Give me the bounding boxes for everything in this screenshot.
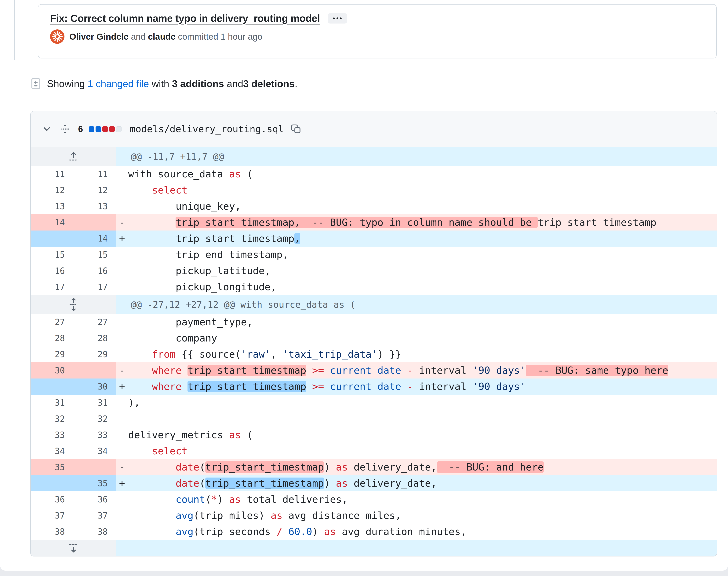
code-token (128, 494, 176, 505)
diff-stat-block-neutral (116, 126, 122, 132)
code-token (128, 445, 152, 457)
diff-file-header: 6 models/delivery_routing.sql (31, 111, 717, 147)
new-line-number[interactable]: 28 (73, 330, 116, 346)
avatar[interactable] (50, 29, 64, 44)
new-line-number[interactable]: 34 (73, 443, 116, 459)
new-line-number[interactable]: 15 (73, 247, 116, 263)
new-line-number[interactable]: 31 (73, 395, 116, 411)
old-line-number[interactable]: 11 (31, 166, 73, 182)
old-line-number[interactable]: 38 (31, 524, 73, 540)
code-token: ) (324, 461, 336, 473)
author-link[interactable]: Oliver Gindele (69, 32, 128, 41)
changed-word-highlight: trip_start_timestmap, -- BUG: typo in co… (176, 217, 538, 228)
code-line: avg(trip_seconds / 60.0) as avg_duration… (116, 524, 717, 540)
coauthor-link[interactable]: claude (148, 32, 176, 41)
old-line-number[interactable]: 16 (31, 263, 73, 279)
new-line-number[interactable]: 16 (73, 263, 116, 279)
code-line: - where trip_start_timestmap >= current_… (116, 363, 717, 378)
file-name-link[interactable]: models/delivery_routing.sql (130, 123, 284, 135)
code-token: ) }} (377, 348, 401, 360)
old-line-number[interactable] (31, 231, 73, 247)
new-line-number[interactable]: 37 (73, 508, 116, 524)
new-line-number[interactable] (73, 214, 116, 231)
new-line-number[interactable]: 35 (73, 475, 116, 491)
new-line-number[interactable]: 27 (73, 314, 116, 330)
old-line-number[interactable]: 35 (31, 459, 73, 475)
copy-icon (292, 124, 301, 134)
old-line-number[interactable]: 30 (31, 363, 73, 378)
new-line-number[interactable]: 17 (73, 279, 116, 295)
diff-row-context: 1313 unique_key, (31, 198, 717, 214)
old-line-number[interactable]: 13 (31, 198, 73, 214)
code-token: date (176, 478, 199, 489)
code-token: as (324, 526, 336, 537)
new-line-number[interactable]: 14 (73, 231, 116, 247)
new-line-number[interactable] (73, 459, 116, 475)
collapse-file-button[interactable] (42, 125, 51, 133)
old-line-number[interactable]: 33 (31, 427, 73, 443)
diff-row-context: 3232 (31, 411, 717, 427)
code-token (128, 526, 176, 537)
drag-handle[interactable] (51, 124, 69, 134)
ellipsis-button[interactable] (328, 13, 347, 24)
code-token: - (407, 365, 413, 376)
new-line-number[interactable] (73, 363, 116, 378)
diff-row-deletion: 14- trip_start_timestmap, -- BUG: typo i… (31, 214, 717, 231)
old-line-number[interactable]: 28 (31, 330, 73, 346)
new-line-number[interactable]: 36 (73, 491, 116, 508)
new-line-number[interactable]: 29 (73, 346, 116, 363)
new-line-number[interactable]: 12 (73, 182, 116, 198)
new-line-number[interactable]: 32 (73, 411, 116, 427)
diff-marker: - (119, 459, 128, 475)
old-line-number[interactable]: 27 (31, 314, 73, 330)
old-line-number[interactable]: 12 (31, 182, 73, 198)
expand-hunk-button[interactable] (69, 297, 79, 312)
new-line-number[interactable]: 33 (73, 427, 116, 443)
hunk-header-text: @@ -27,12 +27,12 @@ with source_data as … (116, 295, 717, 314)
code-token: avg (176, 510, 193, 521)
code-line: + where trip_start_timestamp >= current_… (116, 378, 717, 395)
chevron-down-icon (42, 125, 51, 133)
new-line-number[interactable]: 30 (73, 378, 116, 395)
old-line-number[interactable]: 34 (31, 443, 73, 459)
code-token (128, 365, 152, 376)
code-token: as (271, 510, 282, 521)
additions-count: 3 additions (172, 78, 224, 89)
code-line: avg(trip_miles) as avg_distance_miles, (116, 508, 717, 524)
diff-stat-block-addition (89, 126, 94, 132)
code-token: as (336, 461, 348, 473)
expand-hunk-button[interactable] (69, 542, 79, 553)
old-line-number[interactable]: 37 (31, 508, 73, 524)
diff-marker: + (119, 231, 128, 247)
commit-title-link[interactable]: Fix: Correct column name typo in deliver… (50, 12, 320, 24)
code-token (324, 381, 330, 392)
code-token: pickup_latitude, (128, 265, 271, 277)
changed-file-link[interactable]: 1 changed file (88, 78, 149, 89)
old-line-number[interactable]: 32 (31, 411, 73, 427)
code-token (128, 461, 176, 473)
old-line-number[interactable]: 17 (31, 279, 73, 295)
code-line: unique_key, (116, 198, 717, 214)
code-token: trip_start_timestamp (538, 217, 656, 228)
old-line-number[interactable] (31, 378, 73, 395)
old-line-number[interactable]: 31 (31, 395, 73, 411)
new-line-number[interactable]: 38 (73, 524, 116, 540)
new-line-number[interactable]: 11 (73, 166, 116, 182)
old-line-number[interactable]: 15 (31, 247, 73, 263)
old-line-number[interactable]: 36 (31, 491, 73, 508)
old-line-number[interactable]: 14 (31, 214, 73, 231)
code-line: + date(trip_start_timestamp) as delivery… (116, 475, 717, 491)
code-token: interval (413, 381, 473, 392)
old-line-number[interactable]: 29 (31, 346, 73, 363)
diff-row-addition: 30+ where trip_start_timestamp >= curren… (31, 378, 717, 395)
old-line-number[interactable] (31, 475, 73, 491)
code-line (116, 411, 717, 427)
code-token: >= (312, 381, 324, 392)
code-line: with source_data as ( (116, 166, 717, 182)
expand-hunk-button[interactable] (69, 151, 79, 162)
summary-mid1: with (152, 78, 169, 89)
copy-file-name-button[interactable] (292, 124, 301, 134)
new-line-number[interactable]: 13 (73, 198, 116, 214)
code-token: company (128, 333, 217, 344)
code-line: + trip_start_timestamp, (116, 231, 717, 247)
